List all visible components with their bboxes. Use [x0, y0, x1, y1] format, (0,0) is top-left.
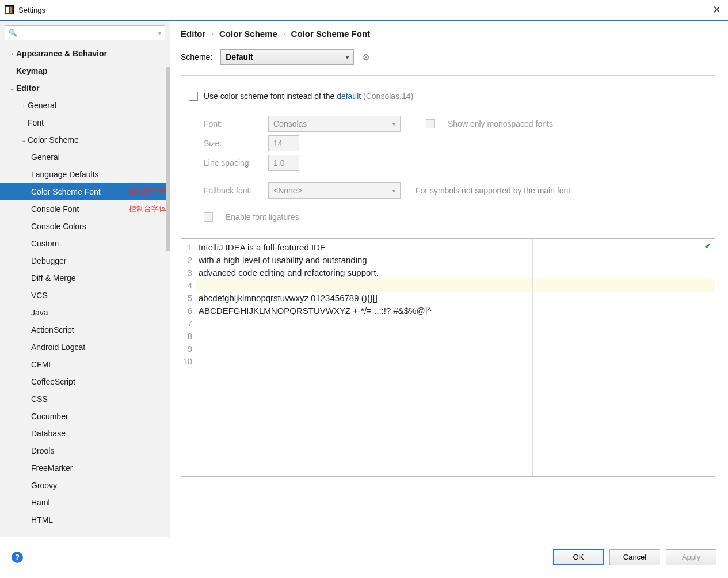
tree-item-label: Cucumber — [31, 412, 68, 421]
tree-item-general[interactable]: General — [0, 149, 170, 166]
font-preview[interactable]: 12345678910 IntelliJ IDEA is a full-feat… — [181, 238, 715, 477]
line-number: 2 — [181, 254, 192, 267]
tree-item-coffeescript[interactable]: CoffeeScript — [0, 373, 170, 390]
tree-item-label: Color Scheme Font — [31, 187, 101, 196]
tree-item-custom[interactable]: Custom — [0, 235, 170, 252]
tree-item-label: Drools — [31, 446, 54, 455]
tree-item-color-scheme[interactable]: ⌄Color Scheme — [0, 131, 170, 149]
chevron-down-icon: ▾ — [392, 188, 395, 194]
tree-item-annotation: 控制台字体 — [129, 204, 170, 214]
preview-line: ABCDEFGHIJKLMNOPQRSTUVWXYZ +-*/= .,;:!? … — [196, 305, 715, 317]
tree-item-cfml[interactable]: CFML — [0, 356, 170, 373]
tree-item-label: Debugger — [31, 256, 67, 265]
tree-item-android-logcat[interactable]: Android Logcat — [0, 339, 170, 356]
ok-button[interactable]: OK — [553, 549, 604, 565]
preview-line — [196, 330, 715, 343]
help-icon[interactable]: ? — [12, 552, 23, 563]
preview-gutter: 12345678910 — [181, 239, 196, 476]
line-number: 5 — [181, 292, 192, 305]
breadcrumb-current: Color Scheme Font — [291, 29, 371, 39]
close-icon[interactable]: ✕ — [710, 3, 723, 16]
tree-item-label: Language Defaults — [31, 170, 99, 179]
scheme-label: Scheme: — [181, 52, 212, 62]
tree-item-label: Diff & Merge — [31, 273, 76, 283]
tree-item-editor[interactable]: ⌄Editor — [0, 79, 170, 97]
settings-tree[interactable]: ›Appearance & BehaviorKeymap⌄Editor›Gene… — [0, 45, 170, 537]
tree-item-language-defaults[interactable]: Language Defaults — [0, 166, 170, 183]
chevron-down-icon: ▾ — [392, 121, 395, 127]
tree-item-groovy[interactable]: Groovy — [0, 477, 170, 494]
tree-item-font[interactable]: Font — [0, 114, 170, 131]
preview-line: abcdefghijklmnopqrstuvwxyz 0123456789 ()… — [196, 292, 715, 305]
tree-item-annotation: 编辑区字体 — [129, 187, 170, 197]
chevron-right-icon: › — [20, 102, 28, 109]
search-input[interactable]: 🔍 ▾ — [5, 25, 165, 40]
tree-item-label: Java — [31, 308, 48, 317]
search-field[interactable] — [20, 29, 156, 37]
tree-item-java[interactable]: Java — [0, 304, 170, 321]
monospace-checkbox — [426, 119, 435, 128]
tree-item-label: Haml — [31, 498, 50, 507]
window-title: Settings — [18, 6, 45, 14]
use-scheme-font-checkbox[interactable] — [189, 92, 198, 101]
app-icon — [5, 5, 14, 14]
cancel-button[interactable]: Cancel — [609, 549, 660, 565]
chevron-down-icon: ▾ — [158, 30, 161, 36]
tree-item-label: Color Scheme — [28, 135, 79, 144]
tree-item-label: General — [31, 153, 60, 162]
tree-item-label: HTML — [31, 515, 53, 524]
tree-item-keymap[interactable]: Keymap — [0, 62, 170, 79]
tree-item-console-colors[interactable]: Console Colors — [0, 218, 170, 235]
preview-line — [196, 317, 715, 330]
fallback-font-select: <None>▾ — [268, 182, 401, 199]
tree-item-debugger[interactable]: Debugger — [0, 252, 170, 269]
ligatures-label: Enable font ligatures — [226, 212, 299, 222]
preview-line: advanced code editing and refactoring su… — [196, 267, 715, 279]
tree-item-label: Editor — [16, 83, 39, 93]
line-number: 10 — [181, 355, 192, 368]
chevron-right-icon: › — [211, 31, 214, 37]
scheme-select[interactable]: Default ▾ — [220, 49, 354, 65]
settings-main: Editor › Color Scheme › Color Scheme Fon… — [170, 21, 728, 537]
gear-icon[interactable]: ⚙ — [362, 52, 370, 63]
tree-item-color-scheme-font[interactable]: Color Scheme Font编辑区字体 — [0, 183, 170, 200]
line-spacing-input: 1.0 — [268, 155, 299, 171]
tree-item-actionscript[interactable]: ActionScript — [0, 321, 170, 339]
tree-item-label: CFML — [31, 360, 53, 369]
fallback-note: For symbols not supported by the main fo… — [416, 186, 570, 195]
search-icon: 🔍 — [9, 29, 17, 37]
default-link[interactable]: default — [337, 92, 361, 101]
tree-item-general[interactable]: ›General — [0, 97, 170, 114]
tree-item-diff-merge[interactable]: Diff & Merge — [0, 269, 170, 287]
breadcrumb-editor[interactable]: Editor — [181, 29, 205, 39]
fallback-font-label: Fallback font: — [204, 186, 261, 195]
breadcrumb-color-scheme[interactable]: Color Scheme — [219, 29, 277, 39]
tree-item-label: VCS — [31, 291, 48, 300]
tree-item-drools[interactable]: Drools — [0, 442, 170, 459]
line-number: 6 — [181, 305, 192, 317]
preview-line: IntelliJ IDEA is a full-featured IDE — [196, 241, 715, 254]
tree-item-vcs[interactable]: VCS — [0, 287, 170, 304]
preview-code: IntelliJ IDEA is a full-featured IDEwith… — [196, 239, 715, 476]
tree-item-css[interactable]: CSS — [0, 390, 170, 408]
scrollbar[interactable] — [166, 67, 170, 251]
preview-line — [196, 279, 715, 292]
tree-item-haml[interactable]: Haml — [0, 494, 170, 511]
tree-item-console-font[interactable]: Console Font控制台字体 — [0, 200, 170, 218]
tree-item-database[interactable]: Database — [0, 425, 170, 442]
preview-line — [196, 355, 715, 368]
preview-line — [196, 343, 715, 355]
chevron-right-icon: › — [8, 51, 16, 57]
tree-item-label: Android Logcat — [31, 343, 85, 352]
tree-item-freemarker[interactable]: FreeMarker — [0, 459, 170, 477]
tree-item-label: Font — [28, 118, 44, 127]
chevron-down-icon: ⌄ — [8, 85, 16, 92]
tree-item-appearance-behavior[interactable]: ›Appearance & Behavior — [0, 45, 170, 62]
line-spacing-label: Line spacing: — [204, 158, 261, 168]
tree-item-label: Groovy — [31, 481, 57, 490]
tree-item-cucumber[interactable]: Cucumber — [0, 408, 170, 425]
line-number: 8 — [181, 330, 192, 343]
preview-line: with a high level of usability and outst… — [196, 254, 715, 267]
tree-item-html[interactable]: HTML — [0, 511, 170, 528]
line-number: 9 — [181, 343, 192, 355]
